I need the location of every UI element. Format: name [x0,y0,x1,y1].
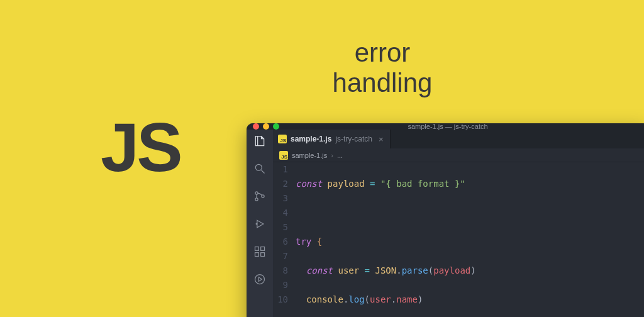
run-icon[interactable] [253,273,266,288]
svg-rect-7 [255,247,259,251]
tab-bar: JS sample-1.js js-try-catch × [273,130,644,148]
svg-point-6 [256,223,257,225]
editor-body: JS sample-1.js js-try-catch × JS sample-… [247,130,644,317]
search-icon[interactable] [253,162,266,177]
editor-tab-active[interactable]: JS sample-1.js js-try-catch × [273,130,391,148]
window-titlebar[interactable]: sample-1.js — js-try-catch [247,123,644,130]
code-content[interactable]: const payload = "{ bad format }" try { c… [296,162,644,317]
line-number: 9 [273,278,288,292]
breadcrumb[interactable]: JS sample-1.js › ... [273,148,644,162]
js-file-icon: JS [279,151,288,160]
line-number: 1 [273,162,288,177]
svg-rect-9 [261,253,265,257]
svg-point-11 [255,275,265,284]
code-line: console.log(user.name) [296,292,644,307]
svg-line-1 [262,170,265,174]
explorer-icon[interactable] [253,135,266,150]
heading-line-2: handling [333,68,433,97]
close-tab-icon[interactable]: × [379,135,384,144]
code-line: try { [296,235,644,249]
chevron-right-icon: › [331,152,333,159]
tab-filename: sample-1.js [291,135,331,143]
code-line: const user = JSON.parse(payload) [296,264,644,278]
code-line: const payload = "{ bad format }" [296,177,644,191]
svg-point-2 [255,192,258,194]
editor-main-pane: JS sample-1.js js-try-catch × JS sample-… [273,130,644,317]
line-number: 5 [273,220,288,235]
svg-point-4 [262,195,264,197]
line-number: 3 [273,191,288,206]
activity-bar [247,130,273,317]
js-logo: JS [101,107,180,187]
js-file-icon: JS [278,135,287,143]
extensions-icon[interactable] [253,245,266,260]
breadcrumb-rest: ... [337,152,343,159]
source-control-icon[interactable] [253,190,266,205]
page-heading: error handling [301,38,464,99]
svg-rect-10 [261,247,265,251]
breadcrumb-file: sample-1.js [292,152,327,159]
line-number: 10 [273,292,288,307]
line-number: 2 [273,177,288,191]
code-area[interactable]: 1 2 3 4 5 6 7 8 9 10 const payload = "{ … [273,162,644,317]
line-number: 4 [273,206,288,220]
window-title: sample-1.js — js-try-catch [247,123,644,130]
svg-marker-5 [257,220,264,228]
code-editor-window: sample-1.js — js-try-catch [247,123,644,317]
svg-point-0 [255,164,262,170]
svg-marker-12 [258,277,262,282]
line-number-gutter: 1 2 3 4 5 6 7 8 9 10 [273,162,296,317]
line-number: 7 [273,249,288,264]
tab-path-hint: js-try-catch [335,135,372,143]
svg-point-3 [255,198,258,201]
line-number: 8 [273,264,288,278]
line-number: 6 [273,235,288,249]
heading-line-1: error [355,38,411,67]
debug-icon[interactable] [253,218,266,233]
code-line [296,206,644,220]
svg-rect-8 [255,253,259,257]
